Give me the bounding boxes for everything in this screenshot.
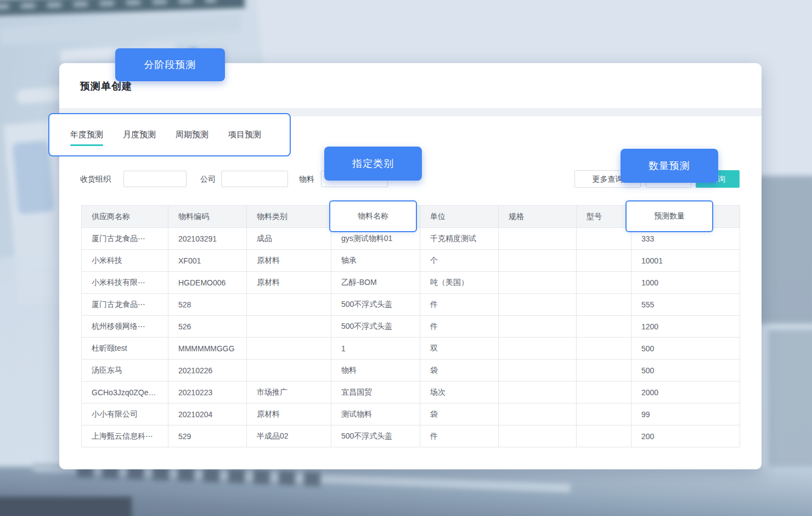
table-cell: [577, 338, 631, 360]
table-cell: 原材料: [247, 403, 331, 425]
column-header-material-code: 物料编码: [168, 206, 247, 228]
page-title: 预测单创建: [80, 80, 132, 93]
table-row[interactable]: 小米科技XF001原材料轴承个10001: [82, 250, 740, 272]
filter-label-material: 物料: [299, 170, 314, 188]
table-cell: [499, 382, 577, 403]
table-cell: [577, 316, 631, 338]
table-cell: 半成品02: [247, 425, 331, 447]
callout-phased-forecast: 分阶段预测: [115, 48, 225, 81]
table-cell: [499, 360, 577, 382]
table-cell: 杭州移领网络⋯: [82, 316, 168, 338]
table-cell: 乙醇-BOM: [331, 272, 420, 294]
table-cell: 件: [420, 294, 499, 316]
table-cell: 场次: [420, 382, 499, 403]
table-cell: 汤臣东马: [82, 360, 168, 382]
table-cell: 1200: [631, 316, 740, 338]
table-cell: 1000: [631, 272, 740, 294]
table-cell: 测试物料: [331, 403, 420, 425]
table-cell: 1: [331, 338, 420, 360]
table-cell: 个: [420, 250, 499, 272]
header-highlight-material-name: 物料名称: [329, 200, 417, 232]
table-cell: 物料: [331, 360, 420, 382]
table-row[interactable]: 小米科技有限⋯HGDEMO006原材料乙醇-BOM吨（美国）1000: [82, 272, 740, 294]
table-cell: [499, 228, 577, 250]
table-cell: 小米科技: [82, 250, 168, 272]
tab-monthly-forecast[interactable]: 月度预测: [123, 130, 156, 140]
receiving-org-input[interactable]: [123, 171, 187, 187]
table-cell: [499, 425, 577, 447]
table-cell: XF001: [168, 250, 247, 272]
table-cell: 20210204: [168, 403, 247, 425]
column-header-unit: 单位: [420, 206, 499, 228]
table-cell: MMMMMMGGG: [168, 338, 247, 360]
table-cell: [577, 228, 631, 250]
table-cell: [577, 250, 631, 272]
table-cell: [577, 403, 631, 425]
table-cell: 成品: [247, 228, 331, 250]
table-row[interactable]: GCHo3Jzq0ZQe…20210223市场推广宜昌国贸场次2000: [82, 382, 740, 403]
table-cell: [499, 250, 577, 272]
table-cell: 20210226: [168, 360, 247, 382]
table-cell: 原材料: [247, 250, 331, 272]
company-input[interactable]: [221, 171, 288, 187]
table-cell: [499, 403, 577, 425]
table-cell: 原材料: [247, 272, 331, 294]
table-cell: [499, 316, 577, 338]
table-cell: 500: [631, 338, 740, 360]
table-cell: 轴承: [331, 250, 420, 272]
column-header-supplier: 供应商名称: [82, 206, 168, 228]
table-cell: [247, 338, 331, 360]
table-cell: 宜昌国贸: [331, 382, 420, 403]
table-row[interactable]: 上海甄云信息科⋯529半成品02500不浮式头盖件200: [82, 425, 740, 447]
table-cell: 袋: [420, 403, 499, 425]
table-cell: 500不浮式头盖: [331, 294, 420, 316]
tab-annual-forecast[interactable]: 年度预测: [70, 130, 103, 140]
table-cell: 厦门古龙食品⋯: [82, 294, 168, 316]
table-cell: 杜昕颐test: [82, 338, 168, 360]
forecast-table: 供应商名称 物料编码 物料类别 单位 规格 型号 厦门古龙食品⋯20210329…: [81, 205, 740, 447]
table-cell: 袋: [420, 360, 499, 382]
table-cell: 小小有限公司: [82, 403, 168, 425]
table-row[interactable]: 小小有限公司20210204原材料测试物料袋99: [82, 403, 740, 425]
table-cell: [499, 272, 577, 294]
header-highlight-forecast-qty: 预测数量: [625, 200, 713, 232]
table-cell: 200: [631, 425, 740, 447]
table-cell: 10001: [631, 250, 740, 272]
table-cell: GCHo3Jzq0ZQe…: [82, 382, 168, 403]
table-cell: [577, 272, 631, 294]
table-cell: [577, 425, 631, 447]
column-header-spec: 规格: [499, 206, 577, 228]
column-header-model: 型号: [577, 206, 631, 228]
table-cell: [247, 360, 331, 382]
table-cell: 厦门古龙食品⋯: [82, 228, 168, 250]
tab-group: 年度预测 月度预测 周期预测 项目预测: [48, 113, 291, 156]
table-cell: [247, 316, 331, 338]
table-cell: [577, 382, 631, 403]
table-row[interactable]: 厦门古龙食品⋯528500不浮式头盖件555: [82, 294, 740, 316]
table-cell: 千克精度测试: [420, 228, 499, 250]
table-row[interactable]: 汤臣东马20210226物料袋500: [82, 360, 740, 382]
table-cell: 市场推广: [247, 382, 331, 403]
column-header-material-category: 物料类别: [247, 206, 331, 228]
table-cell: 上海甄云信息科⋯: [82, 425, 168, 447]
table-cell: 526: [168, 316, 247, 338]
table-cell: 2000: [631, 382, 740, 403]
table-cell: 555: [631, 294, 740, 316]
table-cell: 528: [168, 294, 247, 316]
filter-label-receiving-org: 收货组织: [80, 170, 111, 188]
callout-quantity-forecast: 数量预测: [621, 149, 718, 183]
table-cell: HGDEMO006: [168, 272, 247, 294]
table-cell: 500不浮式头盖: [331, 316, 420, 338]
table-cell: 小米科技有限⋯: [82, 272, 168, 294]
tab-project-forecast[interactable]: 项目预测: [228, 130, 261, 140]
table-cell: [499, 338, 577, 360]
tab-period-forecast[interactable]: 周期预测: [176, 130, 208, 140]
table-row[interactable]: 杜昕颐testMMMMMMGGG1双500: [82, 338, 740, 360]
table-cell: [577, 360, 631, 382]
table-cell: [499, 294, 577, 316]
table-cell: 500: [631, 360, 740, 382]
table-cell: 20210223: [168, 382, 247, 403]
table-cell: 202103291: [168, 228, 247, 250]
table-cell: 双: [420, 338, 499, 360]
table-row[interactable]: 杭州移领网络⋯526500不浮式头盖件1200: [82, 316, 740, 338]
